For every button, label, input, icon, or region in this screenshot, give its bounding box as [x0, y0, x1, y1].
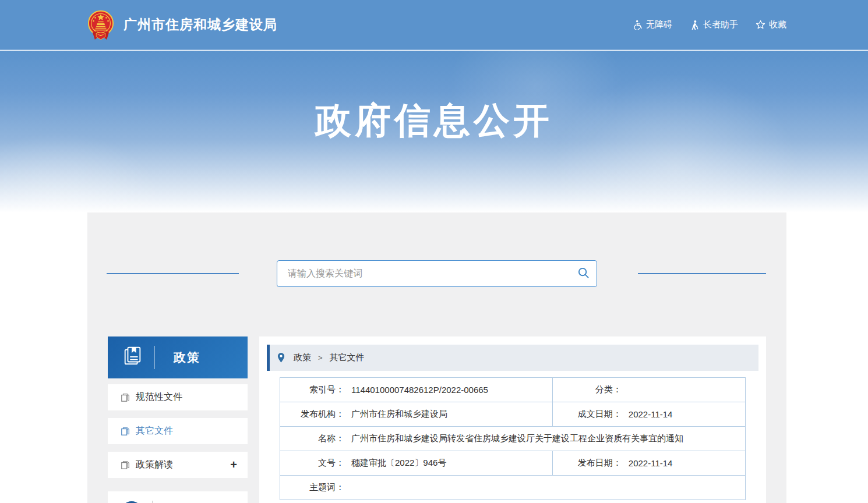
field-label: 名称： — [280, 433, 344, 444]
breadcrumb: 政策 > 其它文件 — [267, 345, 758, 371]
star-icon — [756, 20, 765, 30]
sidebar-item-normative-documents[interactable]: 规范性文件 — [108, 384, 248, 410]
accessibility-label: 无障碍 — [646, 19, 672, 30]
sidebar-item-other-documents[interactable]: 其它文件 — [108, 418, 248, 444]
table-row: 主题词： — [280, 476, 745, 500]
field-value: 穗建审批〔2022〕946号 — [351, 458, 452, 469]
document-number-cell: 文号： 穗建审批〔2022〕946号 — [280, 451, 552, 475]
sidebar-item-label: 其它文件 — [136, 425, 173, 437]
sidebar: 政策 规范性文件 其它文件 — [108, 336, 248, 503]
category-cell: 分类： — [552, 378, 745, 402]
sidebar-item-label: 政策解读 — [136, 459, 173, 471]
document-icon — [121, 427, 130, 436]
field-value: 广州市住房和城乡建设局 — [351, 409, 453, 420]
elder-person-icon — [690, 20, 700, 30]
index-number-cell: 索引号： 11440100007482612P/2022-00665 — [280, 378, 552, 402]
document-detail-table: 索引号： 11440100007482612P/2022-00665 分类： 发… — [280, 377, 746, 500]
document-name-cell: 名称： 广州市住房和城乡建设局转发省住房城乡建设厅关于建设工程企业资质有关事宜的… — [280, 427, 745, 451]
divider — [154, 346, 155, 369]
table-row: 文号： 穗建审批〔2022〕946号 发布日期： 2022-11-14 — [280, 451, 745, 476]
search-input[interactable] — [277, 262, 570, 285]
field-value: 广州市住房和城乡建设局转发省住房城乡建设厅关于建设工程企业资质有关事宜的通知 — [351, 433, 689, 444]
divider — [152, 501, 153, 503]
site-brand[interactable]: 广州市住房和城乡建设局 — [86, 9, 277, 41]
issue-date-cell: 成文日期： 2022-11-14 — [552, 402, 745, 426]
table-row: 索引号： 11440100007482612P/2022-00665 分类： — [280, 378, 745, 402]
breadcrumb-separator: > — [318, 353, 323, 362]
location-pin-icon — [277, 352, 285, 363]
topbar-links: 无障碍 长者助手 收藏 — [633, 19, 786, 30]
breadcrumb-item-other-documents[interactable]: 其它文件 — [330, 352, 365, 363]
breadcrumb-item-policy[interactable]: 政策 — [294, 352, 311, 363]
content-panel: 政策 规范性文件 其它文件 — [87, 212, 786, 503]
search-icon — [577, 267, 590, 281]
sidebar-section-policy[interactable]: 政策 — [108, 336, 248, 378]
document-icon — [121, 461, 130, 470]
field-label: 主题词： — [280, 482, 344, 493]
document-icon — [121, 393, 130, 402]
elder-assistant-link[interactable]: 长者助手 — [690, 19, 738, 30]
issuing-agency-cell: 发布机构： 广州市住房和城乡建设局 — [280, 402, 552, 426]
publish-date-cell: 发布日期： 2022-11-14 — [552, 451, 745, 475]
sidebar-section-label: 政策 — [174, 349, 200, 366]
site-title: 广州市住房和城乡建设局 — [124, 16, 277, 34]
search-button[interactable] — [570, 261, 597, 286]
favorite-link[interactable]: 收藏 — [756, 19, 786, 30]
table-row: 名称： 广州市住房和城乡建设局转发省住房城乡建设厅关于建设工程企业资质有关事宜的… — [280, 427, 745, 451]
field-value: 2022-11-14 — [629, 458, 679, 468]
field-label: 成文日期： — [553, 409, 622, 420]
policy-book-icon — [122, 345, 144, 370]
table-row: 发布机构： 广州市住房和城乡建设局 成文日期： 2022-11-14 — [280, 402, 745, 427]
field-label: 分类： — [553, 384, 622, 395]
field-label: 索引号： — [280, 384, 344, 395]
sidebar-item-label: 规范性文件 — [136, 391, 182, 403]
field-label: 发布机构： — [280, 409, 344, 420]
page-title: 政府信息公开 — [0, 96, 868, 145]
decorative-line-left — [107, 273, 239, 274]
field-label: 发布日期： — [553, 458, 622, 469]
keywords-cell: 主题词： — [280, 476, 745, 500]
field-value: 2022-11-14 — [629, 409, 679, 419]
sidebar-item-policy-interpretation[interactable]: 政策解读 + — [108, 452, 248, 478]
decorative-line-right — [638, 273, 766, 274]
sidebar-section-gov-info[interactable]: 政府信息 — [108, 491, 248, 503]
main-panel: 政策 > 其它文件 索引号： 11440100007482612P/2022-0… — [259, 336, 766, 503]
field-label: 文号： — [280, 458, 344, 469]
expand-plus-icon[interactable]: + — [230, 458, 237, 472]
elder-assistant-label: 长者助手 — [703, 19, 738, 30]
banner: 政府信息公开 — [0, 51, 868, 212]
accessibility-link[interactable]: 无障碍 — [633, 19, 672, 30]
national-emblem-logo — [86, 9, 115, 41]
favorite-label: 收藏 — [769, 19, 786, 30]
topbar: 广州市住房和城乡建设局 无障碍 长者助手 — [0, 0, 868, 50]
field-value: 11440100007482612P/2022-00665 — [351, 385, 494, 395]
search-bar — [277, 260, 597, 287]
wheelchair-icon — [633, 20, 643, 30]
